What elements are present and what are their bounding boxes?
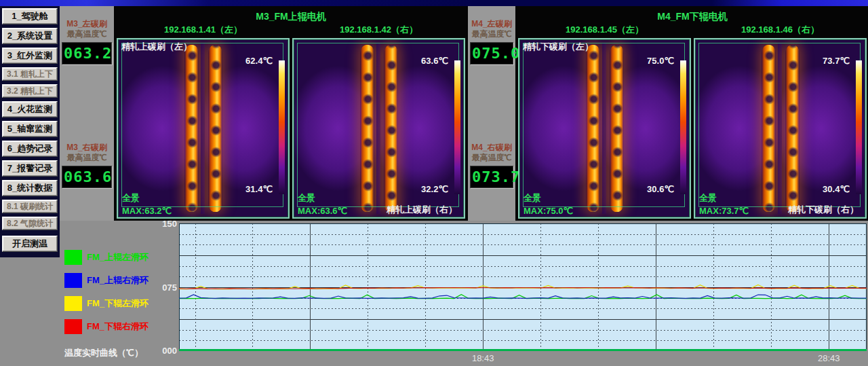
legend-swatch: [64, 296, 82, 311]
max-temp-overlay: MAX:73.7℃: [699, 206, 749, 216]
panorama-label: 全景: [298, 192, 315, 204]
m3-left-brush-title: M3_左碳刷: [60, 17, 114, 29]
temperature-colorbar: [680, 60, 686, 194]
panorama-label: 全景: [524, 192, 541, 204]
thermal-image-m3-left: 62.4℃ 31.4℃ 全景 MAX:63.2℃ 精轧上碳刷（左）: [117, 38, 290, 219]
sidebar-item-cockpit[interactable]: 1_驾驶舱: [2, 8, 58, 24]
measure-region-box: [698, 43, 861, 207]
scale-high-temp: 63.6℃: [421, 56, 448, 66]
m3-right-brush-temp-display: 063.6: [62, 166, 112, 188]
sidebar-item-alarm-record[interactable]: 7_报警记录: [2, 160, 58, 177]
scale-low-temp: 30.6℃: [647, 184, 674, 194]
legend-label: FM_下辊右滑环: [87, 321, 149, 333]
y-axis-tick: 150: [161, 219, 177, 229]
m4-group-title: M4_FM下辊电机: [517, 6, 868, 24]
m4-ip-row: 192.168.1.45（左） 192.168.1.46（右）: [517, 24, 868, 36]
scale-low-temp: 32.2℃: [421, 184, 448, 194]
legend-item: FM_上辊右滑环: [64, 272, 161, 288]
panorama-label: 全景: [699, 192, 717, 204]
sidebar-item-brush-stats[interactable]: 8.1 碳刷统计: [2, 200, 58, 213]
thermal-section: M3_左碳刷 最高温度℃ 063.2 M3_右碳刷 最高温度℃ 063.6 M3…: [60, 6, 868, 221]
scale-high-temp: 75.0℃: [647, 56, 674, 66]
sidebar-item-airgap-stats[interactable]: 8.2 气隙统计: [2, 217, 58, 230]
camera-ip-label: 192.168.1.41（左）: [115, 24, 291, 36]
m3-left-brush-block: M3_左碳刷 最高温度℃ 063.2: [60, 17, 114, 65]
chart-legend: FM_上辊左滑环 FM_上辊右滑环 FM_下辊左滑环 FM_下辊右滑环 温度实时…: [60, 221, 161, 366]
thermal-image-m4-left: 75.0℃ 30.6℃ 全景 MAX:75.0℃ 精轧下碳刷（左）: [518, 38, 691, 219]
main-area: M3_左碳刷 最高温度℃ 063.2 M3_右碳刷 最高温度℃ 063.6 M3…: [60, 6, 868, 366]
m3-camera-row: 62.4℃ 31.4℃ 全景 MAX:63.2℃ 精轧上碳刷（左） 63.6℃ …: [115, 38, 467, 221]
sidebar-item-spark-monitor[interactable]: 4_火花监测: [2, 101, 58, 117]
m4-left-brush-temp-display: 075.0: [470, 42, 513, 65]
temperature-colorbar: [279, 60, 285, 194]
thermal-image-m3-right: 63.6℃ 32.2℃ 全景 MAX:63.6℃ 精轧上碳刷（右）: [292, 38, 465, 219]
legend-swatch: [64, 250, 82, 265]
scale-high-temp: 73.7℃: [823, 56, 850, 66]
m3-group-title: M3_FM上辊电机: [115, 6, 467, 24]
sidebar-item-finish-mill-updown[interactable]: 3.2 精轧上下: [2, 84, 58, 98]
m4-readings-panel: M4_左碳刷 最高温度℃ 075.0 M4_右碳刷 最高温度℃ 073.7: [468, 6, 515, 221]
m4-right-brush-title: M4_右碳刷: [468, 141, 515, 152]
camera-position-label: 精轧下碳刷（右）: [788, 204, 859, 216]
legend-item: FM_下辊右滑环: [64, 318, 161, 334]
max-temp-overlay: MAX:63.6℃: [298, 206, 347, 216]
max-temp-unit-label: 最高温度℃: [468, 152, 515, 164]
measure-region-box: [297, 43, 459, 207]
measure-region-box: [523, 43, 685, 207]
legend-label: FM_下辊左滑环: [87, 297, 149, 310]
camera-ip-label: 192.168.1.46（右）: [692, 24, 868, 36]
legend-swatch: [64, 273, 82, 288]
camera-ip-label: 192.168.1.45（左）: [517, 24, 692, 36]
window-titlebar: [0, 0, 868, 6]
legend-label: FM_上辊右滑环: [87, 274, 149, 287]
trend-chart-canvas: [179, 223, 867, 351]
camera-ip-label: 192.168.1.42（右）: [291, 24, 467, 36]
measure-region-box: [121, 43, 283, 207]
sidebar-item-axial-monitor[interactable]: 5_轴窜监测: [2, 121, 58, 137]
max-temp-unit-label: 最高温度℃: [468, 29, 515, 40]
m4-motor-group: M4_FM下辊电机 192.168.1.45（左） 192.168.1.46（右…: [517, 6, 868, 221]
sidebar-item-infrared-monitor[interactable]: 3_红外监测: [2, 48, 58, 64]
max-temp-overlay: MAX:63.2℃: [122, 206, 172, 216]
sidebar-item-statistics[interactable]: 8_统计数据: [2, 180, 58, 196]
m3-right-brush-title: M3_右碳刷: [60, 141, 114, 152]
m4-left-brush-title: M4_左碳刷: [468, 17, 515, 29]
panorama-label: 全景: [122, 192, 140, 204]
m4-camera-row: 75.0℃ 30.6℃ 全景 MAX:75.0℃ 精轧下碳刷（左） 73.7℃ …: [517, 38, 868, 221]
camera-position-label: 精轧下碳刷（左）: [523, 41, 593, 53]
sidebar-button-stack: 1_驾驶舱 2_系统设置 3_红外监测 3.1 粗轧上下 3.2 精轧上下 4_…: [0, 6, 60, 257]
max-temp-unit-label: 最高温度℃: [60, 29, 114, 40]
temperature-colorbar: [856, 60, 862, 194]
chart-caption: 温度实时曲线（℃）: [64, 347, 161, 362]
thermal-image-m4-right: 73.7℃ 30.4℃ 全景 MAX:73.7℃ 精轧下碳刷（右）: [694, 38, 867, 219]
camera-position-label: 精轧上碳刷（右）: [387, 204, 457, 216]
scale-high-temp: 62.4℃: [245, 56, 273, 66]
sidebar-item-system-settings[interactable]: 2_系统设置: [2, 28, 58, 44]
max-temp-overlay: MAX:75.0℃: [524, 206, 573, 216]
sidebar-item-trend-record[interactable]: 6_趋势记录: [2, 141, 58, 157]
x-axis-labels: 18:43 28:43: [179, 351, 867, 365]
temperature-colorbar: [454, 60, 460, 194]
sidebar-item-rough-mill-updown[interactable]: 3.1 粗轧上下: [2, 67, 58, 81]
x-axis-tick: 28:43: [818, 353, 840, 363]
legend-label: FM_上辊左滑环: [87, 251, 149, 263]
m4-right-brush-temp-display: 073.7: [470, 166, 513, 188]
legend-swatch: [64, 319, 82, 334]
trend-plot: [179, 223, 867, 351]
start-measure-button[interactable]: 开启测温: [2, 236, 58, 252]
y-axis-tick: 075: [161, 282, 177, 293]
max-temp-unit-label: 最高温度℃: [60, 152, 114, 164]
m3-left-brush-temp-display: 063.2: [62, 42, 112, 65]
m3-motor-group: M3_FM上辊电机 192.168.1.41（左） 192.168.1.42（右…: [115, 6, 467, 221]
sidebar: 1_驾驶舱 2_系统设置 3_红外监测 3.1 粗轧上下 3.2 精轧上下 4_…: [0, 6, 60, 366]
trend-chart-region: 150 075 000 18:43 28:43: [161, 221, 868, 366]
app-content: 1_驾驶舱 2_系统设置 3_红外监测 3.1 粗轧上下 3.2 精轧上下 4_…: [0, 6, 868, 366]
y-axis-tick: 000: [161, 346, 177, 356]
m3-ip-row: 192.168.1.41（左） 192.168.1.42（右）: [115, 24, 467, 36]
x-axis-tick: 18:43: [472, 353, 494, 363]
m4-left-brush-block: M4_左碳刷 最高温度℃ 075.0: [468, 17, 515, 65]
m3-readings-panel: M3_左碳刷 最高温度℃ 063.2 M3_右碳刷 最高温度℃ 063.6: [60, 6, 114, 221]
scale-low-temp: 31.4℃: [245, 184, 273, 194]
m4-right-brush-block: M4_右碳刷 最高温度℃ 073.7: [468, 141, 515, 188]
camera-position-label: 精轧上碳刷（左）: [121, 41, 192, 53]
